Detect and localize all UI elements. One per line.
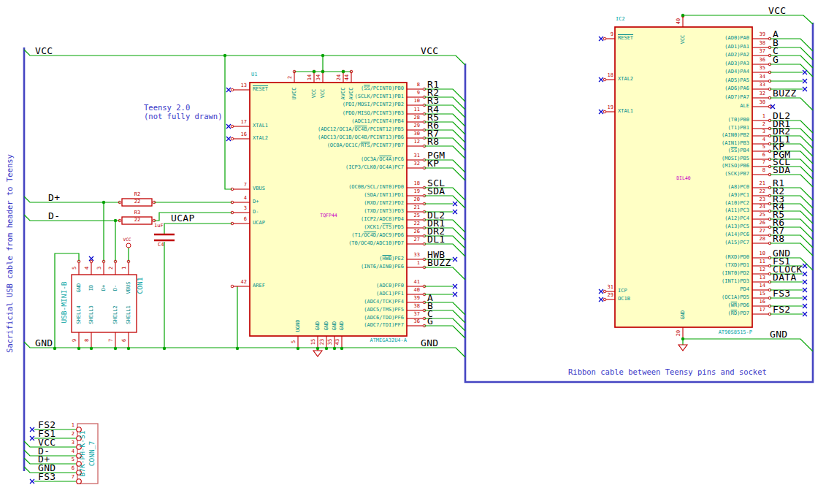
junction-dot	[333, 347, 336, 350]
u1-pin-number: 9	[417, 91, 420, 96]
u1-pin-number: 22	[414, 221, 420, 226]
u1-pin-number: 32	[414, 161, 420, 167]
ic2-pin-name: XTAL2	[618, 77, 633, 82]
net-label-sda: SDA	[427, 186, 445, 196]
u1-pin-name: (ADC13/OC1B/OC4B/PCINT13)PB6	[318, 135, 404, 140]
u1-pin-name: (T1/OC4D/ADC9)PD6	[351, 233, 404, 238]
u1-pin-name: (PDO/MISO/PCINT3)PB3	[343, 111, 404, 116]
ic2-pin-name: (WR)PD6	[727, 303, 749, 308]
vcc-symbol-label: VCC	[123, 237, 131, 242]
wire-segment	[424, 326, 465, 338]
junction-dot	[114, 219, 117, 222]
con1-pin-name: SHELL3	[89, 305, 94, 324]
con1-pin-number: 5	[72, 267, 77, 270]
note-usb-cable: Sacrificial USB cable from header to Tee…	[6, 154, 14, 353]
con1-pin-name: ID	[89, 285, 94, 291]
u1-pin-name: (PDI/MOSI/PCINT2)PB2	[343, 102, 404, 107]
ic2-pin-number: 17	[760, 308, 765, 313]
u1-pin-number: 20	[414, 197, 420, 202]
junction-dot	[53, 347, 56, 350]
junction-dot	[77, 347, 80, 350]
ic2-pin-number: 36	[760, 58, 765, 63]
u1-pin-name: (RXD/INT2)PD2	[364, 201, 404, 206]
net-label-g: G	[427, 316, 433, 326]
u1-pin-name: (SCLK/PCINT1)PB1	[355, 94, 404, 99]
ic2-pin-name: GND	[681, 310, 686, 320]
pin-end	[90, 260, 93, 263]
u1-pin-number: 14	[307, 75, 313, 80]
pin-end	[603, 110, 606, 113]
u1-pin-number: 6	[244, 217, 247, 222]
u1-pin-number: 41	[414, 280, 420, 285]
junction-dot	[342, 70, 345, 73]
junction-dot	[313, 70, 316, 73]
no-connect-icon	[803, 304, 807, 308]
ic2-pin-number: 23	[760, 197, 765, 202]
ic2-pin-name: (RXD)PD0	[724, 255, 749, 260]
note-teensy-line1: Teensy 2.0	[144, 104, 190, 112]
junction-dot	[340, 347, 343, 350]
u1-pin-number: 16	[241, 132, 247, 137]
no-connect-icon	[803, 272, 807, 276]
u1-pin-number: 37	[414, 312, 420, 317]
u1-pin-number: 19	[414, 189, 420, 194]
net-label-dplus: D+	[48, 193, 60, 202]
con1-reference: CON1	[137, 278, 144, 294]
no-connect-icon	[599, 37, 603, 41]
junction-dot	[297, 347, 299, 350]
u1-pin-number: 43	[335, 339, 340, 345]
u1-pin-name: (OC0A/OC1C/RTS/PCINT7)PB7	[327, 143, 404, 148]
net-label-fs3: FS3	[773, 289, 790, 298]
u1-pin-number: 44	[345, 75, 350, 80]
ic2-footprint: DIL40	[676, 176, 691, 181]
ic2-pin-number: 33	[760, 83, 765, 88]
ic2-pin-number: 20	[676, 330, 681, 336]
ic2-pin-number: 28	[760, 237, 765, 242]
u1-pin-number: 2	[288, 76, 293, 79]
u1-pin-number: 27	[414, 237, 420, 243]
u1-pin-name: UCAP	[253, 221, 265, 226]
vcc-power-symbol[interactable]	[126, 243, 131, 248]
u1-pin-number: 23	[320, 339, 325, 345]
ic2-pin-number: 13	[760, 275, 765, 280]
connector-pad	[77, 479, 82, 484]
ic2-pin-name: (AIN0)PB2	[722, 133, 749, 138]
ic2-pin-name: (SS)PB4	[727, 148, 749, 153]
no-connect-icon	[453, 202, 457, 206]
ic2-pin-name: (SCK)PB7	[724, 172, 749, 177]
ic2-pin-name: (TXD)PD1	[724, 263, 749, 268]
pin-end	[231, 88, 234, 91]
junction-dot	[681, 14, 684, 17]
no-connect-icon	[30, 479, 34, 484]
conn7-pin-number: 2	[72, 432, 74, 437]
pin-end	[231, 137, 234, 140]
junction-dot	[325, 347, 328, 350]
u1-pin-number: 29	[414, 123, 420, 129]
u1-pin-number: 1	[417, 261, 420, 266]
c4-body[interactable]	[154, 234, 175, 240]
ic2-pin-name: (INT1)PD3	[722, 279, 749, 284]
ic2-pin-number: 4	[762, 137, 765, 142]
component-bodies	[72, 27, 752, 484]
ic2-pin-name: (AD1)PA1	[724, 45, 749, 50]
ic2-pin-number: 38	[760, 41, 765, 46]
pin-end	[231, 285, 234, 288]
u1-pin-number: 11	[414, 107, 420, 112]
ic2-pin-name: (A12)PC4	[724, 216, 749, 221]
ic2-pin-number: 26	[760, 221, 765, 226]
ic2-pin-name: (AD4)PA4	[724, 69, 749, 75]
ic2-pin-name: PD4	[740, 287, 749, 292]
ic2-pin-name: (AD6)PA6	[724, 86, 749, 91]
con1-pin-name: GND	[77, 283, 82, 293]
u1-pin-number: 36	[414, 319, 420, 324]
con1-pin-number: 4	[85, 267, 90, 270]
net-label-g: G	[773, 55, 779, 64]
ic2-pin-number: 37	[760, 49, 765, 54]
net-label-data: DATA	[773, 272, 797, 282]
u1-pin-number: 12	[414, 140, 420, 145]
u1-pin-number: 33	[414, 253, 420, 258]
u1-pin-number: 13	[241, 83, 247, 88]
u1-pin-name: (ICP3/CLK0/OC4A)PC7	[345, 165, 404, 170]
u1-pin-name: UGND	[296, 320, 301, 332]
ic2-pin-name: (A9)PC1	[727, 193, 749, 198]
